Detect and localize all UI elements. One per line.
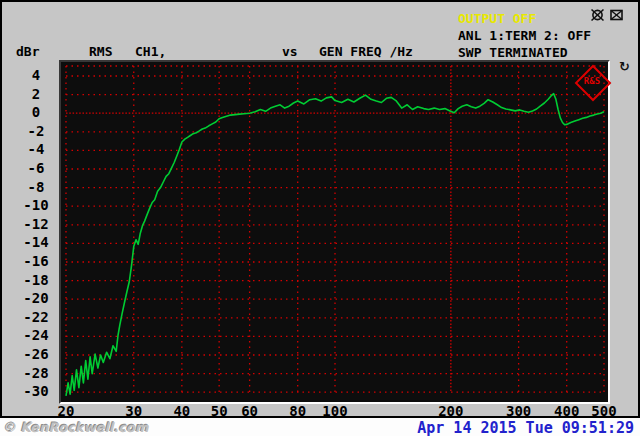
monitor-muted-icon bbox=[590, 8, 605, 22]
y-tick-label: 0 bbox=[14, 104, 58, 120]
instrument-screen: dBr RMS CH1, vs GEN FREQ /Hz OUTPUT OFF … bbox=[0, 0, 640, 418]
status-icons bbox=[590, 8, 624, 22]
watermark: © KenRockwell.com bbox=[3, 420, 149, 435]
y-tick-label: -14 bbox=[14, 234, 58, 250]
rs-logo-text: R&S bbox=[575, 76, 609, 86]
analyzer-screenshot: dBr RMS CH1, vs GEN FREQ /Hz OUTPUT OFF … bbox=[0, 0, 640, 436]
y-tick-label: -12 bbox=[14, 216, 58, 232]
sweep-status: SWP TERMINATED bbox=[458, 45, 568, 60]
y-tick-label: -28 bbox=[14, 365, 58, 381]
y-tick-label: -8 bbox=[14, 179, 58, 195]
y-tick-label: -16 bbox=[14, 253, 58, 269]
y-tick-label: -22 bbox=[14, 309, 58, 325]
bottom-strip: © KenRockwell.com Apr 14 2015 Tue 09:51:… bbox=[0, 418, 640, 436]
x-tick-label: 100 bbox=[305, 403, 365, 419]
y-tick-label: -4 bbox=[14, 141, 58, 157]
y-unit-label: dBr bbox=[16, 44, 39, 59]
y-tick-label: 2 bbox=[14, 86, 58, 102]
y-tick-label: -6 bbox=[14, 160, 58, 176]
vs-label: vs bbox=[282, 44, 298, 59]
x-tick-label: 20 bbox=[36, 403, 96, 419]
frequency-response-chart bbox=[61, 62, 608, 402]
y-tick-label: 4 bbox=[14, 67, 58, 83]
response-trace bbox=[66, 94, 604, 396]
y-tick-label: -20 bbox=[14, 290, 58, 306]
speaker-muted-icon bbox=[609, 8, 624, 22]
y-tick-label: -18 bbox=[14, 272, 58, 288]
rs-logo: R&S bbox=[575, 65, 609, 99]
detector-label: RMS bbox=[89, 44, 112, 59]
y-tick-label: -26 bbox=[14, 346, 58, 362]
y-tick-label: -30 bbox=[14, 383, 58, 399]
x-axis-label: GEN FREQ /Hz bbox=[319, 44, 413, 59]
channel-label: CH1, bbox=[135, 44, 166, 59]
y-tick-label: -2 bbox=[14, 123, 58, 139]
x-tick-label: 500 bbox=[574, 403, 634, 419]
output-status: OUTPUT OFF bbox=[458, 11, 536, 26]
rotate-icon: ↻ bbox=[619, 59, 630, 74]
analyzer-status: ANL 1:TERM 2: OFF bbox=[458, 28, 591, 43]
y-tick-label: -24 bbox=[14, 327, 58, 343]
y-tick-label: -10 bbox=[14, 197, 58, 213]
x-tick-label: 200 bbox=[421, 403, 481, 419]
datetime-stamp: Apr 14 2015 Tue 09:51:29 bbox=[417, 419, 634, 436]
